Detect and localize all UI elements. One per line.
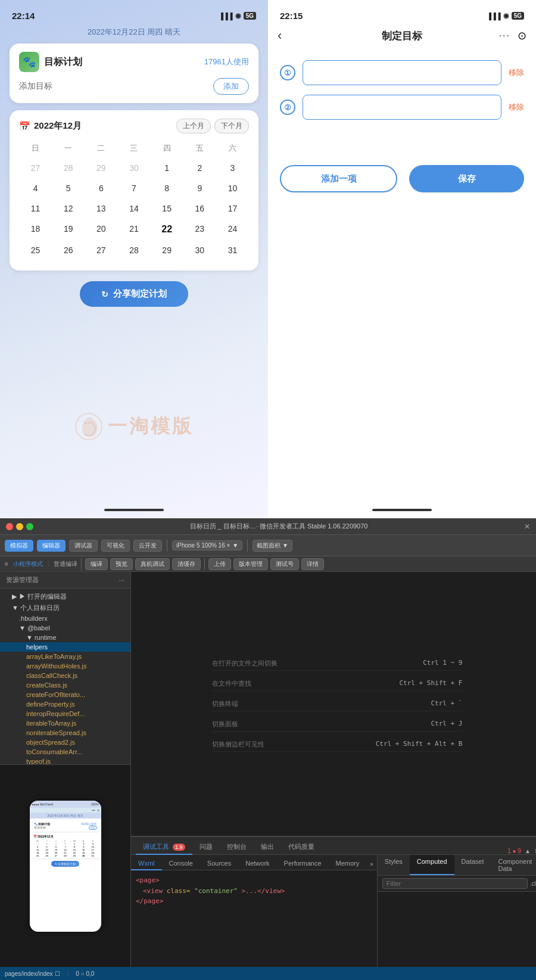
cal-day[interactable]: 29 [151,242,183,259]
save-button[interactable]: 保存 [409,165,524,192]
cal-day[interactable]: 2 [183,160,216,176]
tree-file-5[interactable]: createForOfIterato... [0,690,130,699]
cal-day[interactable]: 15 [151,200,183,217]
tab-codequality[interactable]: 代码质量 [281,840,322,855]
tree-file-4[interactable]: createClass.js [0,680,130,690]
add-goal-button[interactable]: 添加 [213,78,249,95]
cal-day[interactable]: 28 [117,242,150,259]
cal-day[interactable]: 27 [19,160,52,176]
cal-day[interactable]: 3 [216,160,249,176]
cal-day[interactable]: 19 [52,220,85,238]
cal-day[interactable]: 20 [85,220,117,238]
cal-day[interactable]: 7 [117,180,150,197]
styles-tab-dataset[interactable]: Dataset [454,855,491,875]
tree-runtime[interactable]: ▼ runtime [0,633,130,642]
cal-day[interactable]: 13 [85,200,117,217]
details-btn[interactable]: 详情 [301,558,324,570]
cal-day[interactable]: 25 [19,242,52,259]
cal-day[interactable]: 5 [52,180,85,197]
compile-btn[interactable]: 编译 [85,558,108,570]
filter-input[interactable] [382,878,528,889]
tab-output[interactable]: 输出 [254,840,281,855]
editor-btn[interactable]: 编辑器 [37,540,66,552]
realtime-btn[interactable]: 真机调试 [135,558,170,570]
upload-btn[interactable]: 上传 [208,558,231,570]
form-input-2[interactable] [303,95,501,120]
sub-tab-sources[interactable]: Sources [200,857,238,870]
cal-day[interactable]: 14 [117,200,150,217]
minimize-window-button[interactable] [16,523,23,530]
tree-file-12[interactable]: typeof.js [0,757,130,764]
more-tabs-icon[interactable]: » [366,858,377,870]
cloud-btn[interactable]: 云开发 [133,540,162,552]
cal-day[interactable]: 30 [117,160,150,176]
sub-tab-console[interactable]: Console [162,857,200,870]
clearstore-btn[interactable]: 清缓存 [172,558,201,570]
tree-file-7[interactable]: interopRequireDef... [0,709,130,718]
preview-btn[interactable]: 预览 [110,558,133,570]
simulator-btn[interactable]: 模拟器 [5,540,33,552]
share-button[interactable]: ↻ 分享制定计划 [80,281,188,307]
tab-issues[interactable]: 问题 [192,840,220,855]
cal-day[interactable]: 24 [216,220,249,238]
sub-tab-memory[interactable]: Memory [329,857,367,870]
tree-file-8[interactable]: iterableToArray.js [0,718,130,728]
cal-day[interactable]: 1 [151,160,183,176]
tree-babel[interactable]: ▼ @babel [0,623,130,633]
phone-model-dropdown[interactable]: iPhone 5 100% 16 × ▼ [172,540,242,550]
cal-day[interactable]: 30 [183,242,216,259]
cal-day[interactable]: 16 [183,200,216,217]
form-input-1[interactable] [303,60,501,85]
form-remove-1[interactable]: 移除 [509,67,524,78]
cal-day[interactable]: 8 [151,180,183,197]
cal-day[interactable]: 29 [85,160,117,176]
cal-day[interactable]: 31 [216,242,249,259]
cal-day[interactable]: 10 [216,180,249,197]
cal-day[interactable]: 17 [216,200,249,217]
tree-open-editors[interactable]: ▶ ▶ 打开的编辑器 [0,591,130,602]
cal-day[interactable]: 27 [85,242,117,259]
tree-helpers[interactable]: helpers [0,642,130,652]
tree-file-1[interactable]: arrayLikeToArray.js [0,652,130,661]
tree-file-10[interactable]: objectSpread2.js [0,738,130,747]
tree-file-2[interactable]: arrayWithoutHoles.js [0,661,130,671]
cal-day[interactable]: 12 [52,200,85,217]
cal-day[interactable]: 23 [183,220,216,238]
cal-day[interactable]: 18 [19,220,52,238]
debug-btn[interactable]: 调试器 [69,540,98,552]
cal-day[interactable]: 6 [85,180,117,197]
tree-hbuilderx[interactable]: .hbuilderx [0,614,130,623]
version-btn[interactable]: 版本管理 [233,558,268,570]
sub-tab-performance[interactable]: Performance [277,857,329,870]
prev-month-button[interactable]: 上个月 [176,119,211,133]
next-month-button[interactable]: 下个月 [214,119,249,133]
maximize-window-button[interactable] [26,523,33,530]
nav-more-button[interactable]: ··· [499,30,510,41]
back-button[interactable]: ‹ [278,28,282,43]
chevron-up-icon[interactable]: ▲ [525,848,531,854]
cal-day[interactable]: 4 [19,180,52,197]
cal-day[interactable]: 11 [19,200,52,217]
tree-file-9[interactable]: noniterableSpread.js [0,728,130,738]
cal-day[interactable]: 21 [117,220,150,238]
tree-project-root[interactable]: ▼ 个人目标日历 [0,602,130,614]
tree-file-3[interactable]: classCallCheck.js [0,671,130,680]
more-icon[interactable]: ··· [119,577,124,584]
close-icon[interactable]: ✕ [524,522,530,531]
styles-tab-styles[interactable]: Styles [378,855,410,875]
add-item-button[interactable]: 添加一项 [280,165,397,192]
tree-file-6[interactable]: defineProperty.js [0,699,130,709]
tab-debugtool[interactable]: 调试工具 1.9 [136,840,192,855]
styles-tab-component[interactable]: Component Data [491,855,537,875]
screen-dropdown[interactable]: 截图面积 ▼ [253,540,292,552]
form-remove-2[interactable]: 移除 [509,102,524,113]
test-btn[interactable]: 测试号 [270,558,299,570]
tree-file-11[interactable]: toConsumableArr... [0,747,130,757]
tab-console[interactable]: 控制台 [220,840,254,855]
styles-tab-computed[interactable]: Computed [410,855,454,875]
sub-tab-wxml[interactable]: Wxml [131,857,162,870]
cal-day[interactable]: 26 [52,242,85,259]
visible-btn[interactable]: 可视化 [101,540,130,552]
sub-tab-network[interactable]: Network [238,857,276,870]
close-window-button[interactable] [6,523,13,530]
